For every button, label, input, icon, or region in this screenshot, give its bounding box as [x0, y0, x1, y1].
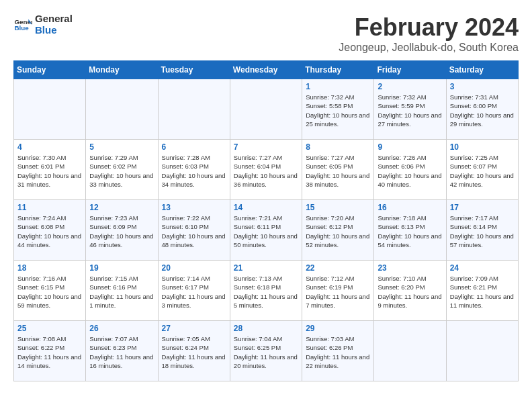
day-info: Sunrise: 7:29 AMSunset: 6:02 PMDaylight:… [89, 153, 154, 189]
day-info: Sunrise: 7:05 AMSunset: 6:24 PMDaylight:… [162, 334, 226, 370]
day-info: Sunrise: 7:17 AMSunset: 6:14 PMDaylight:… [450, 214, 515, 249]
day-info: Sunrise: 7:22 AMSunset: 6:10 PMDaylight:… [162, 214, 226, 249]
logo-text-general: General [35, 13, 73, 25]
calendar-cell [86, 79, 158, 140]
calendar-week-row: 4Sunrise: 7:30 AMSunset: 6:01 PMDaylight… [14, 140, 519, 200]
day-info: Sunrise: 7:24 AMSunset: 6:08 PMDaylight:… [17, 214, 82, 249]
calendar-cell: 13Sunrise: 7:22 AMSunset: 6:10 PMDayligh… [158, 200, 230, 261]
calendar-cell: 10Sunrise: 7:25 AMSunset: 6:07 PMDayligh… [446, 140, 518, 200]
calendar-cell: 18Sunrise: 7:16 AMSunset: 6:15 PMDayligh… [14, 261, 86, 321]
day-number: 28 [234, 324, 298, 333]
calendar-cell: 24Sunrise: 7:09 AMSunset: 6:21 PMDayligh… [446, 261, 518, 321]
calendar-header-row: SundayMondayTuesdayWednesdayThursdayFrid… [14, 61, 519, 79]
calendar-cell [230, 79, 302, 140]
calendar-cell: 11Sunrise: 7:24 AMSunset: 6:08 PMDayligh… [14, 200, 86, 261]
day-number: 3 [450, 82, 515, 91]
day-number: 26 [89, 324, 154, 333]
weekday-header-thursday: Thursday [302, 61, 374, 79]
day-info: Sunrise: 7:08 AMSunset: 6:22 PMDaylight:… [17, 334, 82, 370]
day-number: 29 [306, 324, 370, 333]
day-info: Sunrise: 7:13 AMSunset: 6:18 PMDaylight:… [234, 274, 298, 310]
calendar-cell [374, 321, 446, 381]
title-area: February 2024 Jeongeup, Jeollabuk-do, So… [339, 13, 519, 54]
calendar-cell [446, 321, 518, 381]
day-info: Sunrise: 7:28 AMSunset: 6:03 PMDaylight:… [162, 153, 226, 189]
calendar-cell: 14Sunrise: 7:21 AMSunset: 6:11 PMDayligh… [230, 200, 302, 261]
day-number: 16 [378, 203, 442, 212]
calendar-cell: 6Sunrise: 7:28 AMSunset: 6:03 PMDaylight… [158, 140, 230, 200]
logo: General Blue General Blue [13, 13, 73, 36]
calendar-cell: 28Sunrise: 7:04 AMSunset: 6:25 PMDayligh… [230, 321, 302, 381]
day-info: Sunrise: 7:27 AMSunset: 6:05 PMDaylight:… [306, 153, 370, 189]
logo-icon: General Blue [13, 15, 32, 34]
day-number: 15 [306, 203, 370, 212]
calendar-cell: 9Sunrise: 7:26 AMSunset: 6:06 PMDaylight… [374, 140, 446, 200]
day-number: 13 [162, 203, 226, 212]
calendar-cell: 20Sunrise: 7:14 AMSunset: 6:17 PMDayligh… [158, 261, 230, 321]
day-info: Sunrise: 7:27 AMSunset: 6:04 PMDaylight:… [234, 153, 298, 189]
weekday-header-tuesday: Tuesday [158, 61, 230, 79]
calendar-cell: 19Sunrise: 7:15 AMSunset: 6:16 PMDayligh… [86, 261, 158, 321]
weekday-header-saturday: Saturday [446, 61, 518, 79]
calendar-week-row: 25Sunrise: 7:08 AMSunset: 6:22 PMDayligh… [14, 321, 519, 381]
calendar-cell: 29Sunrise: 7:03 AMSunset: 6:26 PMDayligh… [302, 321, 374, 381]
day-number: 7 [234, 142, 298, 152]
day-number: 17 [450, 203, 515, 212]
calendar-cell: 1Sunrise: 7:32 AMSunset: 5:58 PMDaylight… [302, 79, 374, 140]
day-info: Sunrise: 7:14 AMSunset: 6:17 PMDaylight:… [162, 274, 226, 310]
day-info: Sunrise: 7:15 AMSunset: 6:16 PMDaylight:… [89, 274, 154, 310]
day-number: 25 [17, 324, 82, 333]
day-info: Sunrise: 7:03 AMSunset: 6:26 PMDaylight:… [306, 334, 370, 370]
day-number: 27 [162, 324, 226, 333]
day-info: Sunrise: 7:09 AMSunset: 6:21 PMDaylight:… [450, 274, 515, 310]
day-number: 2 [378, 82, 442, 91]
calendar-cell: 16Sunrise: 7:18 AMSunset: 6:13 PMDayligh… [374, 200, 446, 261]
day-number: 1 [306, 82, 370, 91]
calendar-cell: 22Sunrise: 7:12 AMSunset: 6:19 PMDayligh… [302, 261, 374, 321]
day-info: Sunrise: 7:32 AMSunset: 5:59 PMDaylight:… [378, 93, 442, 128]
day-info: Sunrise: 7:18 AMSunset: 6:13 PMDaylight:… [378, 214, 442, 249]
weekday-header-friday: Friday [374, 61, 446, 79]
day-info: Sunrise: 7:10 AMSunset: 6:20 PMDaylight:… [378, 274, 442, 310]
calendar-cell: 8Sunrise: 7:27 AMSunset: 6:05 PMDaylight… [302, 140, 374, 200]
day-number: 9 [378, 142, 442, 152]
day-info: Sunrise: 7:21 AMSunset: 6:11 PMDaylight:… [234, 214, 298, 249]
calendar-cell: 2Sunrise: 7:32 AMSunset: 5:59 PMDaylight… [374, 79, 446, 140]
calendar-cell: 4Sunrise: 7:30 AMSunset: 6:01 PMDaylight… [14, 140, 86, 200]
day-number: 22 [306, 263, 370, 273]
day-number: 19 [89, 263, 154, 273]
day-number: 24 [450, 263, 515, 273]
day-info: Sunrise: 7:07 AMSunset: 6:23 PMDaylight:… [89, 334, 154, 370]
weekday-header-sunday: Sunday [14, 61, 86, 79]
calendar-cell [158, 79, 230, 140]
calendar-body: 1Sunrise: 7:32 AMSunset: 5:58 PMDaylight… [14, 79, 519, 381]
day-info: Sunrise: 7:30 AMSunset: 6:01 PMDaylight:… [17, 153, 82, 189]
day-info: Sunrise: 7:25 AMSunset: 6:07 PMDaylight:… [450, 153, 515, 189]
calendar-cell: 15Sunrise: 7:20 AMSunset: 6:12 PMDayligh… [302, 200, 374, 261]
day-info: Sunrise: 7:31 AMSunset: 6:00 PMDaylight:… [450, 93, 515, 128]
weekday-header-monday: Monday [86, 61, 158, 79]
day-number: 23 [378, 263, 442, 273]
day-number: 18 [17, 263, 82, 273]
day-info: Sunrise: 7:20 AMSunset: 6:12 PMDaylight:… [306, 214, 370, 249]
day-info: Sunrise: 7:04 AMSunset: 6:25 PMDaylight:… [234, 334, 298, 370]
calendar-week-row: 18Sunrise: 7:16 AMSunset: 6:15 PMDayligh… [14, 261, 519, 321]
calendar-cell [14, 79, 86, 140]
logo-text-blue: Blue [35, 25, 73, 36]
day-number: 5 [89, 142, 154, 152]
day-number: 8 [306, 142, 370, 152]
day-info: Sunrise: 7:16 AMSunset: 6:15 PMDaylight:… [17, 274, 82, 310]
svg-text:Blue: Blue [14, 24, 29, 32]
day-number: 11 [17, 203, 82, 212]
calendar-cell: 3Sunrise: 7:31 AMSunset: 6:00 PMDaylight… [446, 79, 518, 140]
location-title: Jeongeup, Jeollabuk-do, South Korea [339, 42, 519, 54]
month-title: February 2024 [339, 13, 519, 42]
calendar-table: SundayMondayTuesdayWednesdayThursdayFrid… [13, 60, 519, 381]
calendar-cell: 5Sunrise: 7:29 AMSunset: 6:02 PMDaylight… [86, 140, 158, 200]
day-number: 10 [450, 142, 515, 152]
calendar-cell: 17Sunrise: 7:17 AMSunset: 6:14 PMDayligh… [446, 200, 518, 261]
weekday-header-wednesday: Wednesday [230, 61, 302, 79]
calendar-cell: 25Sunrise: 7:08 AMSunset: 6:22 PMDayligh… [14, 321, 86, 381]
calendar-cell: 21Sunrise: 7:13 AMSunset: 6:18 PMDayligh… [230, 261, 302, 321]
day-number: 21 [234, 263, 298, 273]
